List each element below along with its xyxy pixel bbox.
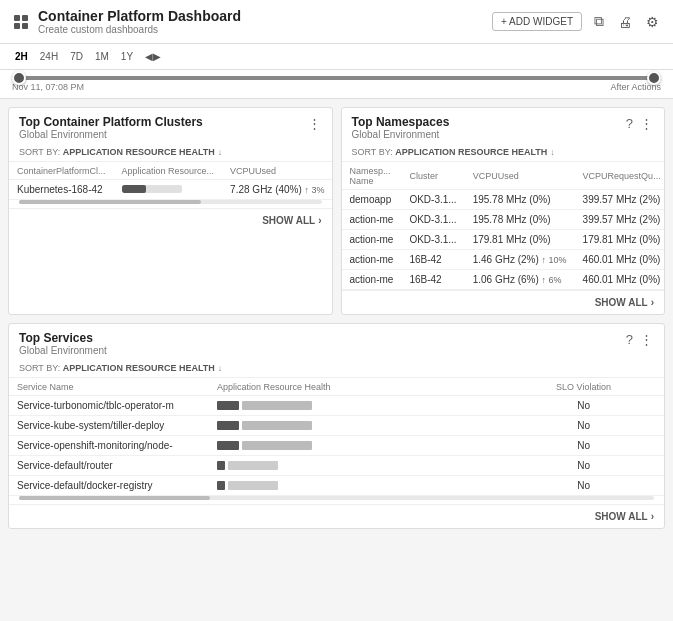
table-row: Service-openshift-monitoring/node- No	[9, 436, 664, 456]
ns-name-cell: action-me	[342, 250, 402, 270]
service-health-cell	[209, 476, 503, 496]
time-filter-1m[interactable]: 1M	[92, 50, 112, 63]
table-row: action-me 16B-42 1.06 GHz (6%) ↑ 6% 460.…	[342, 270, 666, 290]
clusters-table: ContainerPlatformCl... Application Resou…	[9, 162, 333, 200]
namespaces-sort-bar: SORT BY: APPLICATION RESOURCE HEALTH ↓	[342, 143, 665, 162]
ns-name-cell: action-me	[342, 210, 402, 230]
service-slo-cell: No	[503, 456, 664, 476]
clusters-sort-label: SORT BY: APPLICATION RESOURCE HEALTH	[19, 147, 215, 157]
namespaces-question-button[interactable]: ?	[625, 115, 634, 132]
health-bar	[122, 185, 182, 193]
title-group: Container Platform Dashboard Create cust…	[38, 8, 241, 35]
service-slo-cell: No	[503, 476, 664, 496]
ns-vcpu-used-cell: 1.06 GHz (6%) ↑ 6%	[465, 270, 575, 290]
clusters-widget-header: Top Container Platform Clusters Global E…	[9, 108, 332, 143]
col-vcpu-used: VCPUUsed	[222, 162, 332, 180]
slider-thumb-left[interactable]	[12, 71, 26, 85]
service-bar-dark	[217, 461, 225, 470]
clusters-more-button[interactable]: ⋮	[307, 115, 322, 132]
namespaces-sort-label: SORT BY: APPLICATION RESOURCE HEALTH	[352, 147, 548, 157]
ns-name-cell: demoapp	[342, 190, 402, 210]
ns-vcpu-used-cell: 1.46 GHz (2%) ↑ 10%	[465, 250, 575, 270]
settings-icon-button[interactable]: ⚙	[644, 12, 661, 32]
service-bar-dark	[217, 481, 225, 490]
time-filter-24h[interactable]: 24H	[37, 50, 61, 63]
clusters-show-all-label: SHOW ALL	[262, 215, 315, 226]
ns-cluster-cell: 16B-42	[401, 270, 464, 290]
service-health-bar-group	[217, 481, 495, 490]
service-bar-light	[242, 421, 312, 430]
col-ns-vcpu-req: VCPURequestQu...	[575, 162, 665, 190]
service-name-cell: Service-kube-system/tiller-deploy	[9, 416, 209, 436]
namespaces-widget-subtitle: Global Environment	[352, 129, 450, 140]
print-icon-button[interactable]: 🖨	[616, 12, 634, 32]
table-row: action-me OKD-3.1... 179.81 MHz (0%) 179…	[342, 230, 666, 250]
slider-fill	[12, 76, 661, 80]
copy-icon-button[interactable]: ⧉	[592, 11, 606, 32]
services-sort-label: SORT BY: APPLICATION RESOURCE HEALTH	[19, 363, 215, 373]
table-row: action-me 16B-42 1.46 GHz (2%) ↑ 10% 460…	[342, 250, 666, 270]
time-filter-2h[interactable]: 2H	[12, 50, 31, 63]
time-filter-1y[interactable]: 1Y	[118, 50, 136, 63]
services-question-button[interactable]: ?	[625, 331, 634, 348]
time-filter-7d[interactable]: 7D	[67, 50, 86, 63]
clusters-widget-icons: ⋮	[307, 115, 322, 132]
service-health-cell	[209, 396, 503, 416]
cluster-name-cell: Kubernetes-168-42	[9, 180, 114, 200]
ns-cluster-cell: OKD-3.1...	[401, 230, 464, 250]
service-health-bar-group	[217, 461, 495, 470]
service-slo-cell: No	[503, 396, 664, 416]
services-scrollbar[interactable]	[19, 496, 654, 500]
dashboard-body: Top Container Platform Clusters Global E…	[0, 99, 673, 537]
clusters-sort-bar: SORT BY: APPLICATION RESOURCE HEALTH ↓	[9, 143, 332, 162]
namespaces-widget: Top Namespaces Global Environment ? ⋮ SO…	[341, 107, 666, 315]
namespaces-table-header-row: Namesp...Name Cluster VCPUUsed VCPUReque…	[342, 162, 666, 190]
header-left: Container Platform Dashboard Create cust…	[12, 8, 241, 35]
header-actions: + ADD WIDGET ⧉ 🖨 ⚙	[492, 11, 661, 32]
clusters-widget-title: Top Container Platform Clusters	[19, 115, 203, 129]
services-show-all-button[interactable]: SHOW ALL ›	[595, 511, 654, 522]
service-bar-light	[228, 481, 278, 490]
clusters-scrollbar[interactable]	[19, 200, 322, 204]
ns-name-cell: action-me	[342, 270, 402, 290]
time-slider-row: Nov 11, 07:08 PM After Actions	[0, 70, 673, 99]
chevron-right-icon: ›	[651, 511, 654, 522]
service-bar-dark	[217, 421, 239, 430]
namespaces-show-all-button[interactable]: SHOW ALL ›	[595, 297, 654, 308]
services-scrollbar-thumb	[19, 496, 210, 500]
add-widget-button[interactable]: + ADD WIDGET	[492, 12, 582, 31]
table-row: Kubernetes-168-42 7.28 GHz (40%) ↑ 3% 3.…	[9, 180, 333, 200]
namespaces-widget-title: Top Namespaces	[352, 115, 450, 129]
time-slider-track[interactable]	[12, 76, 661, 80]
table-row: Service-default/router No	[9, 456, 664, 476]
service-slo-cell: No	[503, 416, 664, 436]
ns-vcpu-req-cell: 399.57 MHz (2%)	[575, 190, 665, 210]
health-bar-fill	[122, 185, 146, 193]
namespaces-show-all-row: SHOW ALL ›	[342, 290, 665, 314]
play-button[interactable]: ◀▶	[142, 50, 164, 63]
chevron-right-icon: ›	[318, 215, 321, 226]
slider-thumb-right[interactable]	[647, 71, 661, 85]
services-more-button[interactable]: ⋮	[639, 331, 654, 348]
namespaces-widget-header: Top Namespaces Global Environment ? ⋮	[342, 108, 665, 143]
col-app-resource: Application Resource...	[114, 162, 223, 180]
namespaces-more-button[interactable]: ⋮	[639, 115, 654, 132]
services-show-all-row: SHOW ALL ›	[9, 504, 664, 528]
clusters-table-header-row: ContainerPlatformCl... Application Resou…	[9, 162, 333, 180]
ns-vcpu-req-cell: 460.01 MHz (0%)	[575, 270, 665, 290]
services-widget-header: Top Services Global Environment ? ⋮	[9, 324, 664, 359]
trend-icon: ↑ 6%	[542, 275, 562, 285]
page-subtitle: Create custom dashboards	[38, 24, 241, 35]
ns-vcpu-used-cell: 195.78 MHz (0%)	[465, 190, 575, 210]
services-widget-title: Top Services	[19, 331, 107, 345]
service-name-cell: Service-default/docker-registry	[9, 476, 209, 496]
clusters-widget-title-group: Top Container Platform Clusters Global E…	[19, 115, 203, 140]
services-table: Service Name Application Resource Health…	[9, 378, 664, 496]
ns-name-cell: action-me	[342, 230, 402, 250]
clusters-show-all-button[interactable]: SHOW ALL ›	[262, 215, 321, 226]
col-slo: SLO Violation	[503, 378, 664, 396]
chevron-right-icon: ›	[651, 297, 654, 308]
cluster-health-cell	[114, 180, 223, 200]
namespaces-table: Namesp...Name Cluster VCPUUsed VCPUReque…	[342, 162, 666, 290]
table-row: Service-turbonomic/tblc-operator-m No	[9, 396, 664, 416]
